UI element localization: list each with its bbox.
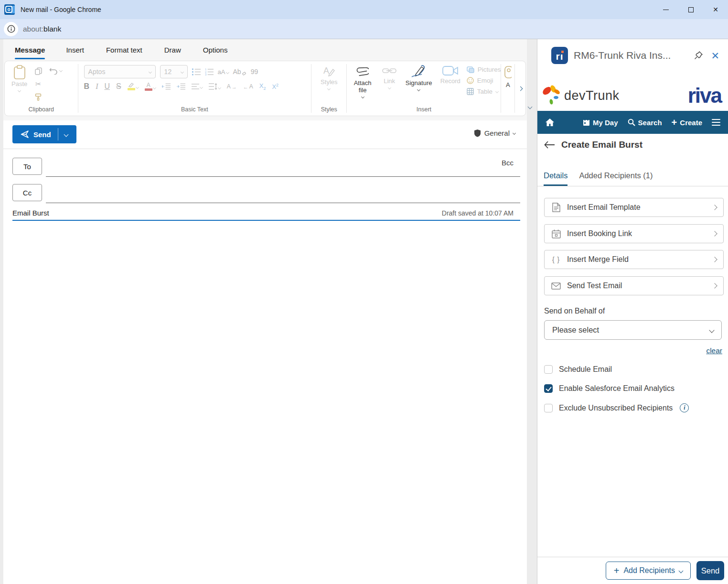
pin-icon[interactable] xyxy=(694,51,703,60)
create-button[interactable]: + Create xyxy=(672,118,702,127)
emoji-button[interactable]: Emoji xyxy=(467,77,501,84)
record-button[interactable]: Record xyxy=(439,61,462,85)
bcc-button[interactable]: Bcc xyxy=(502,159,514,167)
send-on-behalf-label: Send on Behalf of xyxy=(544,307,605,315)
to-input[interactable] xyxy=(46,162,520,177)
signature-button[interactable]: Signature xyxy=(403,61,434,91)
copy-button[interactable] xyxy=(34,67,43,76)
page-info-button[interactable] xyxy=(4,22,18,36)
exclude-unsubscribed-checkbox[interactable] xyxy=(544,404,553,412)
clear-link[interactable]: clear xyxy=(706,346,722,355)
tab-options[interactable]: Options xyxy=(202,44,229,56)
change-case-button[interactable]: aA xyxy=(218,68,229,76)
insert-email-template-button[interactable]: Insert Email Template xyxy=(544,198,724,217)
back-arrow-button[interactable] xyxy=(544,141,555,149)
schedule-email-row[interactable]: Schedule Email xyxy=(544,365,612,374)
tab-draw[interactable]: Draw xyxy=(163,44,182,56)
riva-addin-logo: rı xyxy=(551,47,568,64)
draft-status: Draft saved at 10:07 AM xyxy=(442,209,514,217)
svg-text:3: 3 xyxy=(205,73,206,76)
window-content: Message Insert Format text Draw Options … xyxy=(0,39,728,584)
tab-message[interactable]: Message xyxy=(14,44,46,56)
envelope-icon xyxy=(551,282,561,290)
cut-button[interactable]: ✂ xyxy=(34,80,43,88)
rtl-button[interactable]: ←A xyxy=(243,83,253,90)
font-size-select[interactable]: 12 xyxy=(160,65,188,78)
sensitivity-chevron-icon xyxy=(513,131,516,135)
subscript-button[interactable]: X2 xyxy=(259,82,266,91)
cc-button[interactable]: Cc xyxy=(12,184,42,201)
superscript-button[interactable]: X2 xyxy=(272,83,278,90)
numbered-list-button[interactable]: 123 xyxy=(205,67,214,76)
signature-dropdown-icon xyxy=(417,88,420,91)
tab-insert[interactable]: Insert xyxy=(65,44,85,56)
my-day-button[interactable]: My Day xyxy=(583,119,618,127)
send-test-email-button[interactable]: Send Test Email xyxy=(544,276,724,295)
address-input[interactable]: about:blank xyxy=(23,25,61,33)
ribbon-tabs: Message Insert Format text Draw Options xyxy=(3,39,527,60)
pictures-button[interactable]: Pictures xyxy=(467,66,501,73)
schedule-email-checkbox[interactable] xyxy=(544,365,553,374)
align-button[interactable] xyxy=(192,84,203,89)
signature-pen-icon xyxy=(411,65,427,78)
link-button[interactable]: Link xyxy=(380,61,399,89)
quote-button[interactable]: 99 xyxy=(251,68,258,76)
home-button[interactable] xyxy=(545,118,555,127)
addin-send-button[interactable]: Send xyxy=(696,561,724,580)
salesforce-analytics-row[interactable]: Enable Salesforce Email Analytics xyxy=(544,384,674,393)
tab-format-text[interactable]: Format text xyxy=(105,44,143,56)
send-on-behalf-select[interactable]: Please select xyxy=(544,320,722,340)
maximize-button[interactable] xyxy=(678,0,703,19)
font-name-select[interactable]: Aptos xyxy=(84,65,156,78)
emoji-icon xyxy=(467,77,474,84)
line-spacing-button[interactable] xyxy=(209,83,221,90)
decrease-indent-icon xyxy=(162,83,171,90)
chevron-right-icon xyxy=(712,205,717,210)
insert-booking-link-button[interactable]: Insert Booking Link xyxy=(544,224,724,243)
underline-button[interactable]: U xyxy=(104,82,110,91)
ribbon-group-basic-text: Aptos 12 123 aA Ab 99 B I U S xyxy=(78,61,311,116)
bullet-list-button[interactable] xyxy=(192,67,201,76)
undo-button[interactable] xyxy=(49,67,58,75)
addin-close-button[interactable]: ✕ xyxy=(711,51,719,61)
send-options-dropdown[interactable] xyxy=(58,125,75,143)
italic-button[interactable]: I xyxy=(96,82,98,91)
attach-dropdown-icon xyxy=(361,95,364,98)
format-painter-button[interactable] xyxy=(34,93,43,101)
salesforce-analytics-checkbox[interactable] xyxy=(544,384,553,393)
close-button[interactable]: ✕ xyxy=(703,0,728,19)
highlight-button[interactable] xyxy=(128,83,139,90)
strikethrough-button[interactable]: S xyxy=(116,82,121,91)
subject-underline xyxy=(12,220,520,221)
search-button[interactable]: Search xyxy=(628,119,662,127)
info-icon[interactable]: i xyxy=(680,403,689,412)
send-button[interactable]: Send xyxy=(12,125,58,143)
search-icon xyxy=(628,119,635,126)
collapse-ribbon-button[interactable] xyxy=(528,105,533,109)
message-body-editor[interactable] xyxy=(3,222,527,583)
tab-added-recipients[interactable]: Added Recipients (1) xyxy=(579,171,653,186)
attach-file-button[interactable]: Attach file xyxy=(350,61,375,98)
increase-indent-button[interactable] xyxy=(177,82,185,91)
bold-button[interactable]: B xyxy=(84,82,90,91)
send-split-button[interactable]: Send xyxy=(12,125,76,143)
ribbon-overflow-button[interactable] xyxy=(515,61,525,116)
paste-button[interactable]: Paste xyxy=(11,61,27,92)
ltr-button[interactable]: A→ xyxy=(227,83,237,90)
page-header: Create Email Burst xyxy=(537,140,728,150)
insert-merge-field-button[interactable]: { } Insert Merge Field xyxy=(544,250,724,269)
to-button[interactable]: To xyxy=(12,158,42,175)
table-button[interactable]: Table xyxy=(467,88,501,95)
subject-input[interactable]: Email Burst xyxy=(12,209,49,217)
font-color-button[interactable]: A xyxy=(145,82,156,91)
styles-button[interactable]: A Styles xyxy=(321,61,337,90)
menu-button[interactable] xyxy=(712,119,720,126)
clear-formatting-button[interactable]: Ab xyxy=(233,68,246,76)
cc-input[interactable] xyxy=(46,188,520,203)
exclude-unsubscribed-row[interactable]: Exclude Unsubscribed Recipients i xyxy=(544,403,689,412)
minimize-button[interactable] xyxy=(653,0,678,19)
add-recipients-button[interactable]: + Add Recipients xyxy=(606,562,691,580)
sensitivity-label-button[interactable]: General xyxy=(474,129,515,137)
decrease-indent-button[interactable] xyxy=(162,82,171,91)
tab-details[interactable]: Details xyxy=(544,171,567,186)
